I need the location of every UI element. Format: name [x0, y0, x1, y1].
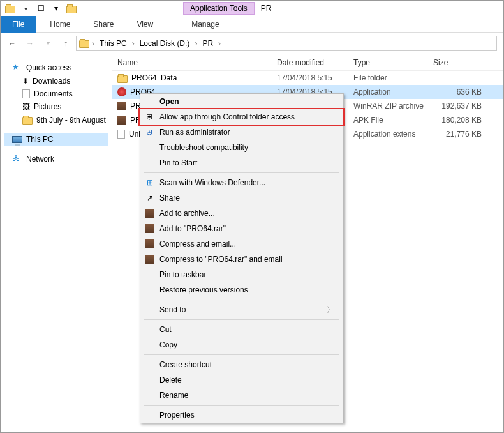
- menu-separator: [144, 300, 339, 300]
- menu-pin-to-start[interactable]: Pin to Start: [140, 155, 343, 171]
- file-row[interactable]: PRO64_Data17/04/2018 5:15File folder: [112, 71, 503, 85]
- tree-label: Downloads: [33, 77, 70, 86]
- tree-label: This PC: [26, 135, 54, 144]
- column-name[interactable]: Name: [117, 58, 277, 67]
- menu-add-to-archive[interactable]: Add to archive...: [140, 206, 343, 221]
- tree-network[interactable]: 🖧 Network: [4, 152, 108, 166]
- folder-icon: [22, 117, 33, 125]
- file-size-cell: 180,208 KB: [433, 116, 484, 125]
- menu-copy[interactable]: Copy: [140, 337, 343, 353]
- properties-icon[interactable]: ☐: [34, 2, 48, 15]
- column-type[interactable]: Type: [353, 58, 433, 67]
- share-icon: ↗: [144, 193, 156, 203]
- tree-label: Documents: [34, 89, 73, 98]
- column-size[interactable]: Size: [433, 58, 484, 67]
- file-name-cell: PRO64_Data: [117, 73, 277, 83]
- menu-properties[interactable]: Properties: [140, 407, 343, 423]
- menu-pin-to-taskbar[interactable]: Pin to taskbar: [140, 267, 343, 282]
- file-size-cell: 192,637 KB: [433, 102, 484, 110]
- defender-icon: ⊞: [144, 178, 156, 188]
- menu-allow-cfa[interactable]: ⛨Allow app through Control folder access: [140, 109, 343, 125]
- breadcrumb-pr[interactable]: PR: [200, 39, 216, 48]
- rar-icon: [144, 254, 156, 264]
- forward-button[interactable]: →: [22, 36, 38, 51]
- menu-share[interactable]: ↗Share: [140, 190, 343, 206]
- menu-separator: [144, 405, 339, 406]
- file-tab[interactable]: File: [1, 16, 36, 33]
- rar-icon: [144, 239, 156, 249]
- folder-icon[interactable]: [3, 2, 17, 15]
- this-pc-icon: [12, 136, 22, 143]
- menu-compress-to-pro64rar-email[interactable]: Compress to "PRO64.rar" and email: [140, 252, 343, 267]
- file-type-cell: Application: [353, 87, 433, 96]
- archive-icon: [117, 116, 126, 125]
- menu-separator: [144, 354, 339, 355]
- back-button[interactable]: ←: [4, 36, 20, 51]
- menu-add-to-pro64rar[interactable]: Add to "PRO64.rar": [140, 221, 343, 236]
- network-icon: 🖧: [12, 154, 22, 164]
- chevron-right-icon: 〉: [327, 305, 334, 315]
- folder-icon: [117, 75, 128, 83]
- tab-home[interactable]: Home: [38, 16, 82, 33]
- qat-overflow-icon[interactable]: ▾: [49, 2, 63, 15]
- chevron-right-icon[interactable]: ›: [89, 39, 97, 48]
- tab-share[interactable]: Share: [82, 16, 125, 33]
- menu-troubleshoot-compatibility[interactable]: Troubleshoot compatibility: [140, 140, 343, 155]
- documents-icon: [22, 89, 30, 98]
- application-icon: [117, 87, 126, 96]
- menu-separator: [144, 172, 339, 173]
- menu-scan-defender[interactable]: ⊞Scan with Windows Defender...: [140, 175, 343, 190]
- shield-icon: ⛨: [144, 127, 156, 137]
- file-date-cell: 17/04/2018 5:15: [277, 73, 353, 82]
- file-type-cell: WinRAR ZIP archive: [353, 102, 433, 110]
- tree-this-pc[interactable]: This PC: [4, 133, 108, 146]
- file-icon: [117, 130, 125, 139]
- file-size-cell: 21,776 KB: [433, 130, 484, 139]
- titlebar: ▾ ☐ ▾ Application Tools PR: [1, 1, 503, 16]
- menu-rename[interactable]: Rename: [140, 388, 343, 403]
- chevron-right-icon[interactable]: ›: [216, 39, 223, 48]
- column-headers: Name Date modified Type Size: [112, 54, 503, 71]
- menu-run-as-administrator[interactable]: ⛨Run as administrator: [140, 125, 343, 140]
- menu-restore-previous-versions[interactable]: Restore previous versions: [140, 282, 343, 298]
- ribbon-tabs: File Home Share View Manage: [1, 16, 503, 33]
- column-date[interactable]: Date modified: [277, 58, 353, 67]
- tree-label: Network: [26, 155, 54, 163]
- file-type-cell: APK File: [353, 116, 433, 125]
- breadcrumb-this-pc[interactable]: This PC: [97, 39, 130, 48]
- archive-icon: [117, 102, 126, 110]
- menu-compress-email[interactable]: Compress and email...: [140, 236, 343, 252]
- tree-folder[interactable]: 9th July - 9th August: [4, 113, 108, 126]
- pictures-icon: 🖼: [22, 102, 30, 111]
- quick-access-toolbar: ▾ ☐ ▾: [1, 2, 81, 15]
- file-type-cell: File folder: [353, 73, 433, 82]
- breadcrumb-local-disk[interactable]: Local Disk (D:): [137, 39, 193, 48]
- menu-delete[interactable]: Delete: [140, 372, 343, 388]
- menu-create-shortcut[interactable]: Create shortcut: [140, 357, 343, 372]
- folder-open-icon[interactable]: [64, 2, 78, 15]
- address-bar[interactable]: › This PC › Local Disk (D:) › PR ›: [76, 36, 497, 51]
- tree-label: Quick access: [26, 63, 71, 72]
- up-button[interactable]: ↑: [58, 36, 73, 51]
- tree-quick-access[interactable]: ★ Quick access: [4, 61, 108, 75]
- menu-open[interactable]: Open: [140, 94, 343, 109]
- tree-documents[interactable]: Documents: [4, 87, 108, 100]
- menu-separator: [144, 319, 339, 320]
- contextual-tab-application-tools[interactable]: Application Tools: [183, 2, 255, 15]
- tab-view[interactable]: View: [125, 16, 165, 33]
- menu-send-to[interactable]: Send to〉: [140, 302, 343, 317]
- rar-icon: [144, 224, 156, 234]
- qat-dropdown-icon[interactable]: ▾: [19, 2, 33, 15]
- tree-pictures[interactable]: 🖼 Pictures: [4, 100, 108, 113]
- navigation-pane: ★ Quick access ⬇ Downloads Documents 🖼 P…: [1, 54, 112, 432]
- navigation-bar: ← → ▾ ↑ › This PC › Local Disk (D:) › PR…: [1, 33, 503, 54]
- shield-icon: ⛨: [144, 112, 156, 122]
- menu-cut[interactable]: Cut: [140, 322, 343, 337]
- chevron-right-icon[interactable]: ›: [130, 39, 137, 48]
- downloads-icon: ⬇: [22, 77, 29, 86]
- recent-locations-button[interactable]: ▾: [40, 36, 56, 51]
- tree-downloads[interactable]: ⬇ Downloads: [4, 75, 108, 87]
- chevron-right-icon[interactable]: ›: [192, 39, 200, 48]
- tab-manage[interactable]: Manage: [180, 16, 230, 33]
- window-title: PR: [261, 4, 272, 13]
